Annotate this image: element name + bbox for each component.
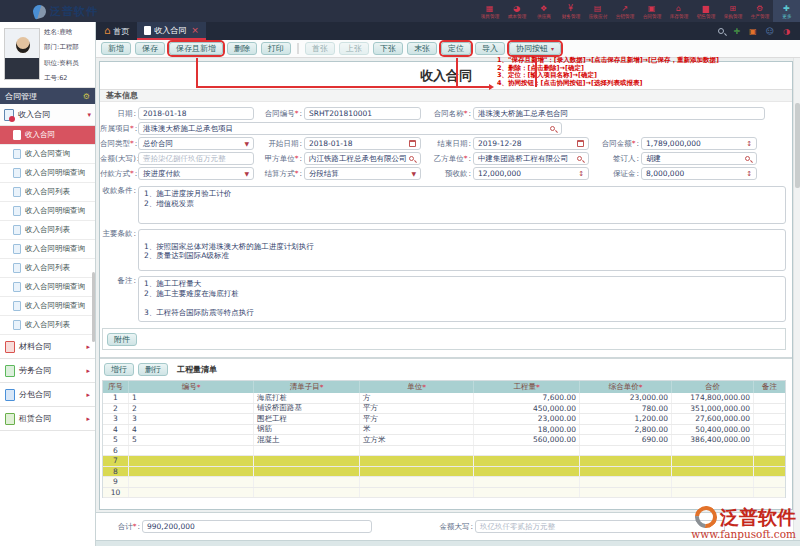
table-cell[interactable]: 2,800.00 — [580, 425, 672, 435]
amount-words-footer-field[interactable]: 玖亿玖仟零贰拾万元整 — [475, 520, 725, 533]
table-cell[interactable] — [754, 404, 785, 414]
signer-field[interactable]: 胡建 — [641, 152, 757, 165]
magnifier-icon[interactable] — [409, 156, 414, 161]
dropdown-icon[interactable]: ▼ — [411, 170, 416, 177]
start-date-field[interactable]: 2018-01-18 — [304, 137, 421, 150]
table-cell[interactable]: 9 — [103, 477, 129, 487]
table-cell[interactable]: 4 — [103, 425, 129, 435]
sidebar-item[interactable]: 收入合同明细查询 — [0, 297, 95, 316]
advance-field[interactable]: 12,000,000↕ — [473, 167, 589, 180]
horizontal-scrollbar[interactable] — [96, 540, 800, 546]
table-cell[interactable] — [474, 456, 580, 466]
table-cell[interactable] — [129, 477, 254, 487]
table-cell[interactable] — [754, 477, 785, 487]
sidebar-group[interactable]: 劳务合同▸ — [0, 359, 95, 383]
table-row[interactable]: 44钢筋米18,000.002,800.0050,400,000.00 — [103, 425, 785, 436]
nav-item[interactable]: ⊞采购管理 — [719, 0, 746, 22]
table-cell[interactable] — [580, 456, 672, 466]
nav-item[interactable]: ↗营销管理 — [611, 0, 638, 22]
sidebar-item[interactable]: 收入合同明细查询 — [0, 202, 95, 221]
magnifier-icon[interactable] — [550, 126, 555, 131]
next-record-button[interactable]: 下张 — [373, 42, 403, 55]
sidebar-item[interactable]: 收入合同列表 — [0, 259, 95, 278]
table-cell[interactable]: 4 — [129, 425, 254, 435]
vertical-scrollbar[interactable] — [793, 58, 800, 540]
table-cell[interactable] — [580, 467, 672, 477]
table-cell[interactable] — [672, 467, 754, 477]
table-cell[interactable] — [360, 477, 474, 487]
table-cell[interactable] — [129, 488, 254, 498]
table-cell[interactable]: 7 — [103, 456, 129, 466]
sidebar-group[interactable]: 分包合同▸ — [0, 383, 95, 407]
sidebar-scrollbar-thumb[interactable] — [92, 272, 95, 342]
end-date-field[interactable]: 2019-12-28 — [473, 137, 589, 150]
nav-item[interactable]: ◕成本管理 — [503, 0, 530, 22]
table-cell[interactable] — [754, 414, 785, 424]
nav-item[interactable]: ⚙生产管理 — [746, 0, 773, 22]
table-row[interactable]: 11海底打桩方7,600.0023,000.00174,800,000.00 — [103, 393, 785, 404]
table-cell[interactable]: 钢筋 — [254, 425, 360, 435]
user-icon[interactable]: ☺ — [766, 27, 774, 36]
table-cell[interactable]: 3 — [103, 414, 129, 424]
table-cell[interactable]: 174,800,000.00 — [672, 393, 754, 403]
table-cell[interactable]: 海底打桩 — [254, 393, 360, 403]
table-cell[interactable] — [360, 446, 474, 456]
theme-icon[interactable]: ▣ — [749, 27, 757, 36]
add-row-button[interactable]: 增行 — [104, 363, 134, 376]
table-cell[interactable]: 6 — [103, 446, 129, 456]
save-button[interactable]: 保存 — [135, 42, 165, 55]
main-terms-textarea[interactable]: 1、按照国家总体对港珠澳大桥的施工进度计划执行 2、质量达到国际A级标准 — [138, 229, 786, 271]
sidebar-item[interactable]: 收入合同列表 — [0, 316, 95, 335]
collaborate-button[interactable]: 协同按钮▾ — [509, 42, 561, 55]
table-cell[interactable] — [754, 393, 785, 403]
magnifier-icon[interactable] — [745, 156, 750, 161]
sidebar-item[interactable]: 收入合同列表 — [0, 221, 95, 240]
table-cell[interactable] — [580, 488, 672, 498]
table-cell[interactable]: 铺设桥面路基 — [254, 404, 360, 414]
table-cell[interactable] — [254, 467, 360, 477]
table-cell[interactable] — [129, 456, 254, 466]
table-cell[interactable] — [754, 488, 785, 498]
table-cell[interactable]: 1 — [129, 393, 254, 403]
table-cell[interactable] — [754, 456, 785, 466]
table-cell[interactable] — [672, 446, 754, 456]
spinner-icon[interactable]: ↕ — [746, 140, 752, 148]
sidebar-item[interactable]: 收入合同列表 — [0, 183, 95, 202]
table-cell[interactable]: 8 — [103, 467, 129, 477]
gear-icon[interactable]: ⚙ — [83, 92, 90, 101]
table-cell[interactable] — [580, 446, 672, 456]
table-row[interactable]: 8 — [103, 467, 785, 478]
delete-row-button[interactable]: 删行 — [138, 363, 168, 376]
fullscreen-icon[interactable]: ✛ — [733, 27, 740, 36]
sidebar-group[interactable]: 材料合同▸ — [0, 335, 95, 359]
table-cell[interactable]: 10 — [103, 488, 129, 498]
table-cell[interactable]: 2 — [129, 404, 254, 414]
table-cell[interactable]: 23,000.00 — [580, 393, 672, 403]
add-button[interactable]: 新增 — [101, 42, 131, 55]
table-cell[interactable]: 1 — [103, 393, 129, 403]
contract-no-field[interactable]: SRHT201810001 — [304, 107, 421, 120]
table-cell[interactable]: 18,000.00 — [474, 425, 580, 435]
table-cell[interactable]: 1,200.00 — [580, 414, 672, 424]
table-cell[interactable] — [360, 467, 474, 477]
table-cell[interactable] — [360, 488, 474, 498]
amount-words-field[interactable]: 壹拾柒亿捌仟玖佰万元整 — [138, 152, 254, 165]
remark-textarea[interactable]: 1、施工工程量大 2、施工主要难度在海底打桩 3、工程符合国际防震等特点执行 — [138, 276, 786, 322]
close-icon[interactable]: × — [191, 25, 199, 35]
nav-item[interactable]: ⌂库存管理 — [665, 0, 692, 22]
table-cell[interactable] — [254, 456, 360, 466]
table-cell[interactable]: 3 — [129, 414, 254, 424]
table-row[interactable]: 10 — [103, 488, 785, 499]
print-button[interactable]: 打印 — [261, 42, 291, 55]
nav-item[interactable]: ▆销售管理 — [692, 0, 719, 22]
search-icon[interactable] — [718, 28, 724, 34]
dropdown-icon[interactable]: ▼ — [244, 170, 249, 177]
nav-item[interactable]: ¥财务管理 — [557, 0, 584, 22]
spinner-icon[interactable]: ↕ — [746, 170, 752, 178]
table-cell[interactable]: 351,000,000.00 — [672, 404, 754, 414]
delete-button[interactable]: 删除 — [227, 42, 257, 55]
pay-method-select[interactable]: 按进度付款▼ — [138, 167, 254, 180]
save-and-add-button[interactable]: 保存且新增 — [169, 42, 223, 55]
calendar-icon[interactable] — [577, 140, 584, 147]
table-cell[interactable]: 386,400,000.00 — [672, 435, 754, 445]
